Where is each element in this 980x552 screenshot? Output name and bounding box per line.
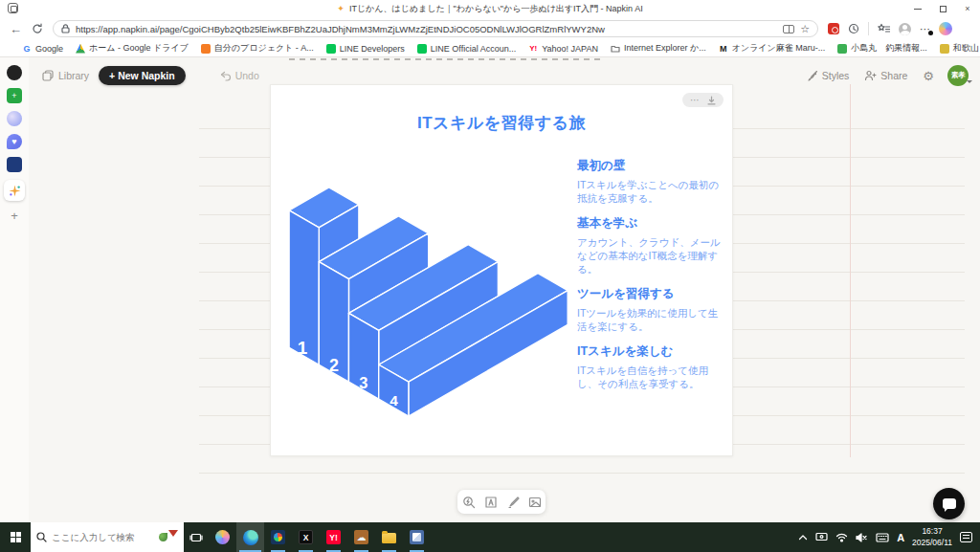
- step-heading: ITスキルを楽しむ: [577, 343, 721, 360]
- purple-app-icon[interactable]: [7, 111, 22, 126]
- divider: [868, 22, 869, 35]
- styles-brush-icon: [807, 70, 818, 81]
- step-label-3: ツールを習得する ITツールを効果的に使用して生活を楽にする。: [577, 286, 721, 334]
- image-tool-icon[interactable]: [528, 496, 542, 509]
- ime-mode-indicator[interactable]: A: [897, 532, 904, 543]
- folder-icon: [611, 44, 620, 54]
- tray-chevron-up-icon[interactable]: [798, 534, 808, 541]
- settings-gear-icon[interactable]: ⚙: [923, 69, 934, 83]
- user-avatar[interactable]: 素孝: [947, 65, 969, 86]
- bookmark-boat[interactable]: 和歌山 湯浅 釣り船...: [940, 42, 980, 55]
- taskbar-search[interactable]: [31, 522, 184, 552]
- search-icon: [36, 532, 47, 542]
- step-description: ITスキルを自信を持って使用し、その利点を享受する。: [577, 364, 721, 391]
- address-bar[interactable]: https://app.napkin.ai/page/CgoiCHByb2Qtb…: [53, 20, 818, 37]
- taskbar-app-edge[interactable]: [236, 522, 264, 552]
- screen: ✦ ITじかん、はじめました｜"わからない"から一歩ぬけ出すIT入門 - Nap…: [0, 0, 980, 552]
- profile-avatar[interactable]: [899, 23, 911, 35]
- step-label-1: 最初の壁 ITスキルを学ぶことへの最初の抵抗を克服する。: [577, 158, 721, 206]
- wifi-icon[interactable]: [835, 533, 848, 542]
- download-icon[interactable]: [707, 96, 716, 105]
- bookmark-kojimamaru[interactable]: 小島丸 釣果情報...: [837, 42, 927, 55]
- napkin-app-tile[interactable]: [4, 180, 25, 201]
- volume-muted-icon[interactable]: [856, 533, 868, 542]
- lock-icon: [61, 24, 70, 33]
- pinwheel-app-icon: [271, 530, 285, 544]
- browser-navbar: ← https://app.napkin.ai/page/CgoiCHByb2Q…: [0, 17, 980, 40]
- bookmark-mahjong[interactable]: Mオンライン麻雀 Maru-...: [719, 42, 826, 55]
- bookmark-yahoo[interactable]: Y!Yahoo! JAPAN: [528, 44, 598, 54]
- drive-icon: [76, 44, 85, 54]
- chat-widget-button[interactable]: [933, 488, 965, 519]
- share-person-icon: [864, 70, 877, 81]
- bookmark-drive[interactable]: ホーム - Google ドライブ: [76, 42, 189, 55]
- start-button[interactable]: [0, 522, 31, 552]
- staircase-diagram: 1 2 3 4: [288, 187, 569, 418]
- task-view-button[interactable]: [184, 522, 209, 552]
- windows-taskbar: X Y! ☁ A 16:37 2025/06/11: [0, 522, 980, 552]
- split-screen-icon[interactable]: [783, 25, 794, 33]
- step-number-4: 4: [390, 392, 398, 408]
- napkin-sparkle-icon: [9, 185, 21, 197]
- back-button[interactable]: ←: [10, 23, 22, 35]
- margin-line: [850, 84, 851, 457]
- styles-button[interactable]: Styles: [807, 70, 850, 81]
- tray-display-icon[interactable]: [815, 532, 828, 542]
- add-app-button[interactable]: +: [11, 209, 18, 223]
- napkin-app: + ♥ + Library + New Na: [0, 57, 980, 522]
- bookmark-line-official[interactable]: LINE Official Accoun...: [417, 44, 516, 54]
- blue-app-icon[interactable]: [7, 157, 22, 172]
- copilot-icon[interactable]: [939, 22, 952, 35]
- taskbar-app-notes[interactable]: [403, 522, 431, 552]
- taskbar-app-yahoo[interactable]: Y!: [320, 522, 347, 552]
- browser-titlebar: ✦ ITじかん、はじめました｜"わからない"から一歩ぬけ出すIT入門 - Nap…: [0, 0, 980, 17]
- diagram-card[interactable]: ⋯ ITスキルを習得する旅: [270, 84, 733, 456]
- taskbar-app-explorer[interactable]: [375, 522, 403, 552]
- text-tool-icon[interactable]: [484, 496, 498, 509]
- bookmark-ie-folder[interactable]: Internet Explorer か...: [611, 42, 706, 55]
- restore-icon: [940, 6, 947, 12]
- active-tab[interactable]: ✦ ITじかん、はじめました｜"わからない"から一歩ぬけ出すIT入門 - Nap…: [0, 3, 980, 15]
- bookmark-project[interactable]: 自分のプロジェクト - A...: [201, 42, 314, 55]
- record-app-icon[interactable]: [7, 65, 22, 80]
- share-button[interactable]: Share: [864, 70, 907, 81]
- napkin-favicon-icon: ✦: [337, 4, 345, 13]
- green-app-icon[interactable]: +: [7, 88, 22, 103]
- bookmark-google[interactable]: GGoogle: [22, 44, 63, 54]
- step-heading: 最初の壁: [577, 158, 721, 174]
- ime-pad-keyboard-icon[interactable]: [876, 533, 889, 542]
- refresh-button[interactable]: [32, 23, 43, 34]
- settings-menu-button[interactable]: ⋯: [920, 23, 930, 35]
- chat-bubble-icon: [943, 498, 956, 509]
- favorites-bar-icon[interactable]: [878, 23, 890, 34]
- search-input[interactable]: [52, 532, 154, 542]
- zoom-flash-icon[interactable]: [462, 496, 476, 509]
- taskbar-app-copilot[interactable]: [209, 522, 236, 552]
- yahoo-icon: Y!: [528, 44, 538, 54]
- pen-tool-icon[interactable]: [506, 496, 520, 509]
- browser-essentials-icon[interactable]: [848, 23, 859, 34]
- taskbar-app-pinwheel[interactable]: [264, 522, 292, 552]
- napkin-workspace: Library + New Napkin Undo Styles Share ⚙: [29, 57, 980, 522]
- favorite-star-icon[interactable]: ☆: [800, 23, 810, 35]
- taskbar-app-x[interactable]: X: [292, 522, 320, 552]
- yahoo-app-icon: Y!: [326, 530, 341, 544]
- chat-app-icon[interactable]: ♥: [7, 134, 22, 149]
- taskbar-app-cloud[interactable]: ☁: [347, 522, 375, 552]
- step-number-3: 3: [359, 374, 368, 391]
- bookmark-line-developers[interactable]: LINE Developers: [326, 44, 405, 54]
- extension-icon[interactable]: [828, 23, 839, 34]
- undo-icon: [220, 71, 232, 81]
- x-app-icon: X: [299, 530, 313, 544]
- google-icon: G: [22, 44, 32, 54]
- action-center-icon[interactable]: [960, 532, 972, 542]
- bookmarks-bar: GGoogle ホーム - Google ドライブ 自分のプロジェクト - A.…: [0, 40, 980, 57]
- new-napkin-button[interactable]: + New Napkin: [99, 66, 186, 85]
- undo-button[interactable]: Undo: [220, 70, 259, 81]
- card-more-button[interactable]: ⋯: [690, 95, 700, 105]
- step-description: ITツールを効果的に使用して生活を楽にする。: [577, 307, 721, 334]
- library-button[interactable]: Library: [42, 70, 89, 81]
- clock[interactable]: 16:37 2025/06/11: [912, 526, 952, 547]
- url-text[interactable]: https://app.napkin.ai/page/CgoiCHByb2Qtb…: [76, 24, 777, 34]
- system-tray: A 16:37 2025/06/11: [798, 522, 980, 552]
